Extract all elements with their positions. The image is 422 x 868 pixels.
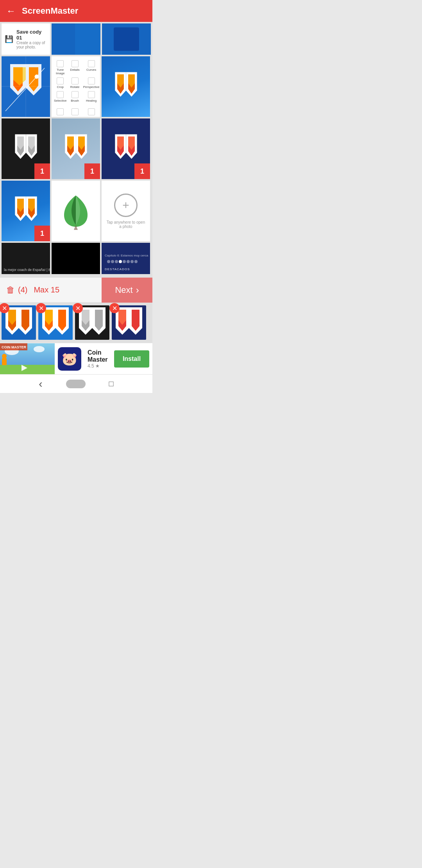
remove-btn-3[interactable]: ✕ <box>73 303 83 313</box>
tool-drama: Drama <box>82 108 100 117</box>
svg-point-21 <box>131 260 134 263</box>
save-icon: 💾 <box>5 35 13 43</box>
tool-brush: Brush <box>68 90 81 107</box>
tool-glamour: Glamour Glow <box>53 108 67 117</box>
back-button[interactable]: ← <box>6 5 16 16</box>
next-label: Next <box>115 285 132 295</box>
selected-thumb-1[interactable]: ✕ <box>2 305 36 340</box>
next-arrow-icon: › <box>136 285 139 296</box>
grid-cell-blue-logo[interactable] <box>102 56 150 117</box>
save-row: 💾 Save cody 01 Create a copy of your pho… <box>2 23 151 55</box>
save-desc: Create a copy of your photo. <box>16 41 47 49</box>
badge-1: 1 <box>34 163 50 179</box>
tool-selective: Selective <box>53 90 67 107</box>
ad-app-icon: 🐷 <box>58 347 81 371</box>
trash-section: 🗑 (4) Max 15 <box>6 285 102 295</box>
install-button[interactable]: Install <box>114 350 149 368</box>
remove-btn-2[interactable]: ✕ <box>36 303 46 313</box>
tool-curves: Curves <box>82 59 100 76</box>
grid-cell-dark-blue-logo[interactable]: 1 <box>102 118 150 179</box>
blue-thumbnail-1[interactable] <box>52 23 100 55</box>
svg-point-22 <box>134 260 138 263</box>
tool-healing: Healing <box>82 90 100 107</box>
svg-text:la mejor coach de España! | Es: la mejor coach de España! | Estreno este… <box>4 268 50 272</box>
svg-rect-32 <box>2 358 7 365</box>
badge-3: 1 <box>134 163 150 179</box>
tool-details: Details <box>68 59 81 76</box>
tool-crop: Crop <box>53 77 67 90</box>
tool-tune: Tune Image <box>53 59 67 76</box>
grid-row-2: 1 1 <box>2 118 151 179</box>
svg-point-6 <box>35 75 39 79</box>
svg-point-16 <box>111 260 114 263</box>
ad-game-image: COIN MASTER <box>0 343 55 375</box>
tool-rotate: Rotate <box>68 77 81 90</box>
nav-recents-button[interactable]: □ <box>109 379 114 388</box>
svg-rect-3 <box>114 27 139 51</box>
edit-tools-grid: Tune Image Details Curves White Balance … <box>53 59 98 117</box>
app-header: ← ScreenMaster <box>0 0 152 22</box>
tool-perspective: Perspective <box>82 77 100 90</box>
badge-4: 1 <box>34 226 50 241</box>
bottom-action-bar: 🗑 (4) Max 15 Next › <box>0 277 152 302</box>
video-cell-2[interactable] <box>52 243 100 274</box>
svg-point-15 <box>107 260 110 263</box>
save-text: Save cody 01 Create a copy of your photo… <box>16 29 47 49</box>
grid-cell-black-logo[interactable]: 1 <box>2 118 50 179</box>
svg-rect-29 <box>0 365 55 375</box>
svg-point-31 <box>34 346 45 352</box>
svg-text:Capítulo 6: Estamos muy cerca: Capítulo 6: Estamos muy cerca <box>105 254 148 257</box>
selected-thumb-2[interactable]: ✕ <box>38 305 73 340</box>
nav-home-indicator[interactable] <box>66 380 86 388</box>
svg-text:COIN MASTER: COIN MASTER <box>2 345 27 349</box>
grid-cell-edit-tools[interactable]: Tune Image Details Curves White Balance … <box>52 56 100 117</box>
plus-circle-icon: + <box>114 194 138 217</box>
next-button[interactable]: Next › <box>102 278 152 303</box>
trash-icon[interactable]: 🗑 <box>6 285 15 295</box>
tool-tonal: Tonal Contrast <box>68 108 81 117</box>
save-title: Save cody 01 <box>16 29 47 41</box>
remove-btn-4[interactable]: ✕ <box>109 303 120 313</box>
nav-back-button[interactable]: ‹ <box>39 378 42 390</box>
grid-cell-leaf[interactable] <box>52 181 100 241</box>
max-label: Max 15 <box>34 285 59 294</box>
selected-thumb-4[interactable]: ✕ <box>112 305 146 340</box>
badge-2: 1 <box>84 163 100 179</box>
app-title: ScreenMaster <box>22 6 78 16</box>
svg-rect-1 <box>75 23 100 55</box>
grid-cell-tap-open[interactable]: + Tap anywhere to open a photo <box>102 181 150 241</box>
svg-point-20 <box>127 260 130 263</box>
svg-point-33 <box>2 354 7 359</box>
grid-row-1: Tune Image Details Curves White Balance … <box>2 56 151 117</box>
ad-app-name: Coin Master <box>88 349 111 363</box>
selected-thumb-3[interactable]: ✕ <box>75 305 109 340</box>
pig-icon: 🐷 <box>62 352 77 366</box>
grid-cell-blue-logo-2[interactable]: 1 <box>2 181 50 241</box>
save-cell[interactable]: 💾 Save cody 01 Create a copy of your pho… <box>2 23 50 55</box>
tap-open-text: Tap anywhere to open a photo <box>102 220 150 229</box>
grid-cell-orange-logo[interactable]: 1 <box>52 118 100 179</box>
video-row: la mejor coach de España! | Estreno este… <box>2 243 151 274</box>
svg-point-19 <box>123 260 126 263</box>
svg-point-17 <box>115 260 118 263</box>
selected-thumbnails-strip: ✕ ✕ ✕ <box>0 302 152 343</box>
video-cell-3[interactable]: Capítulo 6: Estamos muy cerca DESTACADOS <box>102 243 150 274</box>
svg-point-18 <box>119 260 122 263</box>
photo-grid: 💾 Save cody 01 Create a copy of your pho… <box>0 22 152 277</box>
video-cell-1[interactable]: la mejor coach de España! | Estreno este… <box>2 243 50 274</box>
trash-count: (4) <box>18 285 27 294</box>
ad-banner: COIN MASTER 🐷 Coin Master 4.5 ★ Install <box>0 343 152 374</box>
svg-rect-12 <box>52 243 100 274</box>
grid-row-3: 1 + Tap anywhere to open a photo <box>2 181 151 241</box>
ad-rating: 4.5 ★ <box>88 363 111 369</box>
svg-text:DESTACADOS: DESTACADOS <box>105 267 130 271</box>
grid-cell-blue-curve[interactable] <box>2 56 50 117</box>
blue-thumbnail-2[interactable] <box>102 23 151 55</box>
nav-bar: ‹ □ <box>0 374 152 393</box>
ad-info: Coin Master 4.5 ★ <box>84 349 114 369</box>
